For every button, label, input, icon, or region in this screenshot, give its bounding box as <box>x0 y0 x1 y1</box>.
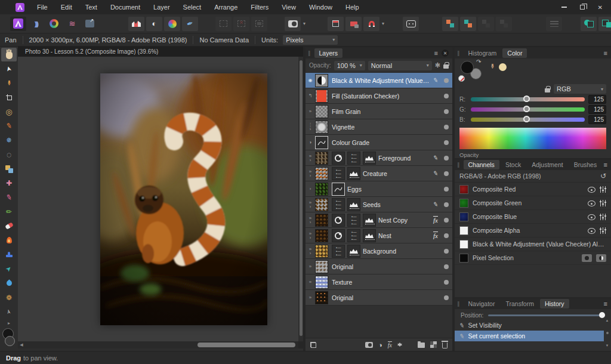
slider-thumb[interactable] <box>523 106 530 112</box>
layer-label[interactable]: Background <box>363 248 442 255</box>
curves-adjustment-chip[interactable] <box>363 152 376 165</box>
colour-spectrum-picker[interactable] <box>459 128 606 149</box>
history-position-slider[interactable] <box>488 314 605 316</box>
menu-filters[interactable]: Filters <box>244 0 275 14</box>
close-button[interactable]: ✕ <box>598 4 603 11</box>
layer-thumbnail[interactable] <box>315 198 328 211</box>
reset-icon[interactable]: ↺ <box>600 172 606 180</box>
visibility-toggle[interactable] <box>444 78 449 83</box>
pixel-tool[interactable]: ✏ <box>1 205 17 218</box>
collapse-icon[interactable]: » <box>306 280 315 284</box>
layer-thumbnail[interactable] <box>315 74 328 87</box>
history-item-set-current-selection[interactable]: ✎ Set current selection <box>455 331 604 341</box>
visibility-toggle[interactable] <box>444 280 449 285</box>
panel-menu-icon[interactable]: ≡ <box>434 50 438 57</box>
red-slider[interactable] <box>471 97 585 101</box>
green-slider[interactable] <box>471 107 585 112</box>
visibility-toggle[interactable] <box>444 187 449 192</box>
layer-label[interactable]: Original <box>332 263 442 270</box>
slider-thumb[interactable] <box>523 116 530 122</box>
deselect-button[interactable] <box>233 17 249 31</box>
curves-adjustment-chip[interactable] <box>332 183 345 196</box>
levels-adjustment-chip[interactable]: •–– •–– •–– <box>332 245 345 258</box>
menu-window[interactable]: Window <box>303 0 339 14</box>
menu-arrange[interactable]: Arrange <box>208 0 244 14</box>
layer-thumbnail[interactable] <box>315 276 328 289</box>
visibility-toggle[interactable] <box>444 249 449 254</box>
background-colour-swatch[interactable] <box>5 336 15 346</box>
visibility-toggle[interactable] <box>444 140 449 145</box>
layer-row-bw-adjustment[interactable]: ◉ Black & White Adjustment (Value Ch... … <box>306 73 452 88</box>
layer-thumbnail[interactable] <box>315 105 328 118</box>
no-colour-icon[interactable] <box>458 75 465 82</box>
collapse-icon[interactable]: »› <box>306 232 315 240</box>
selection-invert-icon[interactable] <box>596 254 606 262</box>
eyedropper-icon[interactable]: ✒ <box>488 63 496 69</box>
lock-icon[interactable] <box>545 88 550 92</box>
layer-label[interactable]: Black & White Adjustment (Value Ch... <box>332 77 430 84</box>
picked-colour-swatch[interactable] <box>499 63 507 71</box>
clone-stamp-tool[interactable] <box>1 162 17 176</box>
panel-menu-icon[interactable]: ≡ <box>604 50 607 57</box>
eye-icon[interactable] <box>588 214 595 220</box>
layer-row-film-grain[interactable]: » Film Grain <box>306 104 452 119</box>
collapse-icon[interactable]: » <box>306 109 315 113</box>
layer-label[interactable]: Original <box>332 294 442 301</box>
fx-badge[interactable]: fx <box>433 216 438 224</box>
layer-label[interactable]: Film Grain <box>332 108 442 115</box>
layer-row-foreground[interactable]: »› •–– •–– •–– Foreground ✎ <box>306 150 452 166</box>
geometry-subtract-button[interactable] <box>598 17 611 31</box>
scrollbar-thumb[interactable] <box>198 343 296 347</box>
panel-grip-icon[interactable]: ∥ <box>308 50 311 56</box>
panel-menu-icon[interactable]: ≡ <box>604 161 607 168</box>
layer-label[interactable]: Foreground <box>378 155 430 162</box>
slider-thumb[interactable] <box>523 95 530 102</box>
channel-mixer-icon[interactable] <box>600 227 606 234</box>
hsl-adjustment-chip[interactable] <box>332 214 345 227</box>
auto-contrast-button[interactable]: ◐ <box>146 17 162 31</box>
blend-mode-dropdown[interactable]: Normal ▾ <box>368 61 432 70</box>
layer-thumbnail[interactable] <box>315 121 328 134</box>
visibility-toggle[interactable] <box>444 295 449 300</box>
history-item-set-visibility[interactable]: ✎ Set Visibility <box>455 320 604 331</box>
layer-row-colour-grade[interactable]: ◑ Colour Grade <box>306 135 452 150</box>
channel-mixer-icon[interactable] <box>600 214 606 220</box>
tools-expand-button[interactable]: ▸ <box>1 319 17 327</box>
tab-channels[interactable]: Channels <box>464 160 499 169</box>
expand-icon[interactable]: › <box>306 187 315 191</box>
layer-thumbnail[interactable] <box>315 152 328 165</box>
blue-value[interactable]: 125 <box>588 115 606 124</box>
burn-tool[interactable] <box>1 233 17 247</box>
group-layers-icon[interactable] <box>418 343 425 348</box>
layer-label[interactable]: Creature <box>363 170 430 177</box>
view-tool[interactable] <box>1 48 17 61</box>
curves-adjustment-chip[interactable] <box>347 167 360 180</box>
layer-thumbnail[interactable] <box>315 90 328 103</box>
duplicate-layer-icon[interactable] <box>310 342 316 348</box>
lock-icon[interactable] <box>443 64 449 69</box>
snapping-toggle-button[interactable] <box>363 17 379 31</box>
healing-brush-tool[interactable]: ✚ <box>1 177 17 190</box>
layer-thumbnail[interactable] <box>315 260 328 273</box>
visibility-toggle[interactable] <box>444 264 449 269</box>
layer-opacity-dropdown[interactable]: 100 % ▾ <box>334 61 365 70</box>
auto-colour-button[interactable] <box>164 17 180 31</box>
dodge-tool[interactable] <box>1 219 17 233</box>
node-tool[interactable]: ➢ <box>1 305 17 319</box>
layer-thumbnail[interactable] <box>315 245 328 258</box>
tab-transform[interactable]: Transform <box>501 299 538 309</box>
units-dropdown[interactable]: Pixels ▾ <box>283 35 338 45</box>
auto-levels-button[interactable] <box>128 17 144 31</box>
tab-stock[interactable]: Stock <box>501 160 526 169</box>
collapse-icon[interactable]: »› <box>306 247 315 255</box>
channel-mixer-icon[interactable] <box>600 186 606 193</box>
scroll-down-arrow[interactable]: ▼ <box>606 344 609 347</box>
levels-adjustment-chip[interactable]: •–– •–– •–– <box>332 198 345 211</box>
document-tab-title[interactable]: Photo 30 - Lesson 5.2 (Composite Image) … <box>18 48 158 55</box>
snapping-dropdown[interactable]: ▾ <box>379 17 387 31</box>
edit-brush-icon[interactable]: ✎ <box>433 154 439 161</box>
auto-white-balance-button[interactable]: ✒ <box>182 17 198 31</box>
foreground-colour-swatch[interactable] <box>461 61 474 74</box>
panel-grip-icon[interactable]: ∥ <box>457 50 460 56</box>
layer-row-background[interactable]: »› •–– •–– •–– Background <box>306 243 452 259</box>
